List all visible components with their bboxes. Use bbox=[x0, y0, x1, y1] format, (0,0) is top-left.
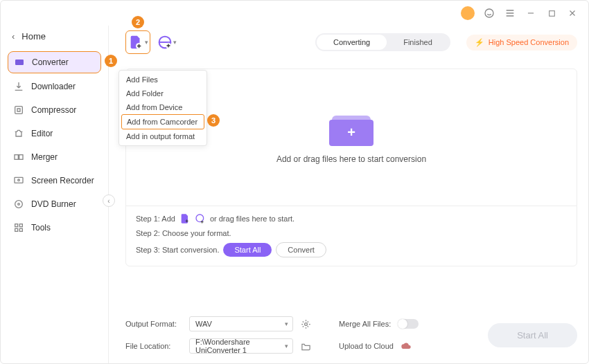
svg-rect-3 bbox=[15, 107, 23, 114]
svg-rect-13 bbox=[19, 228, 22, 231]
tab-finished[interactable]: Finished bbox=[387, 35, 449, 50]
svg-point-17 bbox=[304, 322, 307, 325]
cloud-icon[interactable] bbox=[401, 340, 412, 352]
nav-downloader[interactable]: Downloader bbox=[8, 76, 101, 97]
location-select[interactable]: F:\Wondershare UniConverter 1 bbox=[189, 338, 293, 354]
svg-rect-4 bbox=[15, 155, 18, 160]
bolt-icon: ⚡ bbox=[475, 38, 484, 47]
editor-icon bbox=[13, 128, 24, 139]
nav-label: Downloader bbox=[31, 82, 76, 91]
avatar[interactable] bbox=[461, 6, 475, 20]
toolbar: ▾ 2 ▾ Converting Finished ⚡ High Speed C… bbox=[125, 28, 577, 56]
settings-icon[interactable] bbox=[300, 318, 311, 329]
close-icon[interactable] bbox=[566, 7, 579, 19]
merge-toggle[interactable] bbox=[398, 319, 419, 329]
upload-label: Upload to Cloud bbox=[339, 342, 394, 350]
nav-label: Compressor bbox=[31, 105, 76, 115]
sidebar: ‹ Home Converter 1 Downloader Compressor… bbox=[1, 26, 109, 363]
back-icon: ‹ bbox=[12, 31, 15, 42]
tools-icon bbox=[13, 222, 24, 233]
maximize-icon[interactable] bbox=[545, 7, 558, 19]
folder-icon: + bbox=[329, 111, 373, 146]
nav-merger[interactable]: Merger bbox=[8, 147, 101, 167]
folder-open-icon[interactable] bbox=[300, 340, 311, 352]
location-label: File Location: bbox=[125, 342, 182, 350]
step-1: Step 1: Add or drag files here to start. bbox=[136, 213, 567, 224]
nav-label: Merger bbox=[31, 152, 58, 162]
nav-compressor[interactable]: Compressor bbox=[8, 100, 101, 120]
svg-rect-10 bbox=[15, 224, 18, 227]
add-url-button[interactable]: ▾ bbox=[155, 30, 179, 54]
nav-label: Tools bbox=[31, 223, 51, 233]
convert-button[interactable]: Convert bbox=[276, 242, 326, 257]
dd-add-from-camcorder[interactable]: Add from Camcorder bbox=[121, 114, 204, 129]
file-plus-icon bbox=[179, 213, 191, 224]
nav-label: DVD Burner bbox=[31, 199, 76, 209]
chevron-down-icon: ▾ bbox=[145, 39, 148, 46]
step-2: Step 2: Choose your format. bbox=[136, 229, 567, 237]
svg-rect-12 bbox=[15, 228, 18, 231]
nav-screen-recorder[interactable]: Screen Recorder bbox=[8, 170, 101, 191]
add-files-button[interactable]: ▾ 2 bbox=[125, 30, 150, 54]
svg-rect-6 bbox=[15, 177, 23, 183]
merge-label: Merge All Files: bbox=[339, 320, 391, 328]
status-tabs: Converting Finished bbox=[315, 33, 450, 51]
menu-icon[interactable] bbox=[504, 7, 516, 19]
high-speed-label: High Speed Conversion bbox=[489, 38, 569, 46]
output-format-select[interactable]: WAV bbox=[189, 316, 293, 331]
svg-rect-5 bbox=[19, 155, 23, 160]
compressor-icon bbox=[13, 104, 24, 116]
svg-rect-2 bbox=[15, 60, 24, 65]
nav-converter[interactable]: Converter 1 bbox=[8, 51, 101, 73]
main: ▾ 2 ▾ Converting Finished ⚡ High Speed C… bbox=[109, 26, 588, 363]
svg-point-0 bbox=[485, 9, 493, 17]
drop-text: Add or drag files here to start conversi… bbox=[276, 154, 426, 164]
downloader-icon bbox=[13, 81, 24, 92]
chevron-down-icon: ▾ bbox=[173, 39, 177, 46]
svg-point-7 bbox=[18, 179, 20, 181]
add-dropdown: Add Files Add Folder Add from Device Add… bbox=[118, 70, 207, 146]
nav-editor[interactable]: Editor bbox=[8, 123, 101, 144]
bottom-bar: Output Format: WAV Merge All Files: File… bbox=[125, 308, 577, 363]
dvd-burner-icon bbox=[13, 199, 24, 210]
dd-add-in-output-format[interactable]: Add in output format bbox=[121, 129, 204, 143]
nav-label: Editor bbox=[31, 129, 53, 138]
dd-add-files[interactable]: Add Files bbox=[121, 73, 204, 87]
dd-add-from-device[interactable]: Add from Device bbox=[121, 100, 204, 114]
tab-converting[interactable]: Converting bbox=[317, 35, 387, 50]
output-format-label: Output Format: bbox=[125, 320, 182, 328]
nav-dvd-burner[interactable]: DVD Burner bbox=[8, 194, 101, 215]
svg-rect-1 bbox=[549, 10, 554, 16]
dd-add-folder[interactable]: Add Folder bbox=[121, 87, 204, 100]
nav-label: Screen Recorder bbox=[31, 176, 94, 185]
step-3: Step 3: Start conversion. Start All Conv… bbox=[136, 242, 567, 257]
home-label: Home bbox=[21, 31, 46, 42]
screen-recorder-icon bbox=[13, 175, 24, 186]
svg-rect-11 bbox=[19, 224, 22, 227]
steps: Step 1: Add or drag files here to start.… bbox=[126, 206, 577, 266]
titlebar bbox=[1, 1, 588, 26]
home-link[interactable]: ‹ Home bbox=[8, 28, 101, 44]
minimize-icon[interactable] bbox=[525, 7, 537, 19]
merger-icon bbox=[13, 152, 24, 163]
nav-tools[interactable]: Tools bbox=[8, 217, 101, 238]
callout-3: 3 bbox=[207, 114, 220, 127]
start-all-button-small[interactable]: Start All bbox=[223, 243, 272, 257]
svg-point-9 bbox=[18, 203, 20, 206]
globe-plus-icon bbox=[195, 213, 206, 224]
svg-point-8 bbox=[15, 201, 23, 208]
nav-label: Converter bbox=[32, 57, 69, 67]
converter-icon bbox=[14, 57, 25, 68]
start-all-button[interactable]: Start All bbox=[488, 323, 577, 347]
support-icon[interactable] bbox=[483, 7, 495, 19]
high-speed-badge[interactable]: ⚡ High Speed Conversion bbox=[466, 35, 577, 51]
callout-2: 2 bbox=[132, 16, 144, 28]
